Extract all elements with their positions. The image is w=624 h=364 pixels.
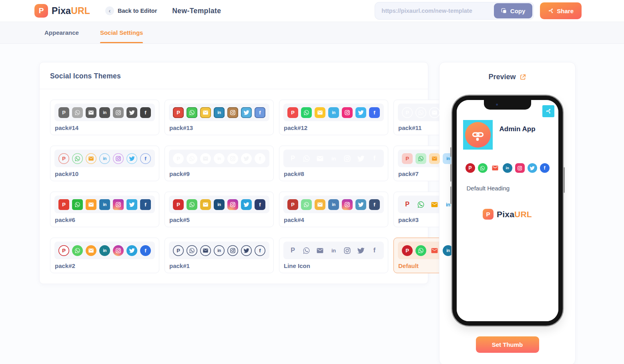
pinterest-icon: P: [173, 245, 184, 256]
instagram-icon: [113, 107, 124, 118]
set-thumb-button[interactable]: Set Thumb: [476, 336, 539, 353]
pinterest-icon: P: [402, 107, 413, 118]
whatsapp-icon: [187, 153, 197, 164]
external-link-icon[interactable]: [520, 74, 526, 80]
template-url-input[interactable]: [381, 8, 494, 14]
twitter-icon: [241, 107, 252, 118]
pack-icon-strip: Pinf: [283, 104, 384, 121]
pack-card[interactable]: Pinf pack#8: [279, 146, 388, 181]
email-icon: [200, 153, 211, 164]
phone-volume-up-button: [450, 164, 451, 182]
pack-label: pack#1: [169, 262, 269, 269]
pack-card[interactable]: Pinf pack#6: [50, 192, 159, 227]
facebook-icon: f: [369, 199, 380, 210]
phone-mockup: Admin App Pinf Default Heading P PixaURL: [452, 96, 563, 326]
back-to-editor-button[interactable]: ‹ Back to Editor: [105, 6, 157, 15]
linkedin-icon[interactable]: in: [503, 163, 512, 173]
pack-card[interactable]: Pinf pack#9: [165, 146, 274, 181]
pack-icon-strip: Pinf: [169, 150, 269, 167]
pack-label: pack#5: [169, 216, 269, 223]
social-icons-themes-panel: Social Icons Themes Pinf pack#14 Pinf pa…: [39, 62, 428, 284]
pack-card[interactable]: Pinf Line Icon: [279, 238, 388, 273]
twitter-icon: [126, 199, 137, 210]
app-header: P PixaURL ‹ Back to Editor New-Template …: [0, 0, 624, 22]
email-icon: [200, 107, 211, 118]
whatsapp-icon: [187, 245, 197, 256]
copy-button[interactable]: Copy: [494, 3, 533, 18]
header-actions: Copy Share: [375, 2, 582, 20]
whatsapp-icon: [415, 107, 426, 118]
pinterest-icon: P: [173, 153, 184, 164]
pinterest-icon: P: [58, 245, 69, 256]
pinterest-icon: P: [58, 153, 69, 164]
pinterest-icon: P: [402, 245, 413, 256]
linkedin-icon: in: [214, 153, 225, 164]
pack-label: pack#8: [284, 170, 383, 177]
whatsapp-icon: [301, 107, 312, 118]
panel-title: Social Icons Themes: [50, 72, 417, 80]
whatsapp-icon: [301, 245, 312, 256]
main-content: Social Icons Themes Pinf pack#14 Pinf pa…: [0, 44, 624, 364]
pack-icon-strip: Pinf: [169, 242, 269, 259]
facebook-icon: f: [140, 153, 151, 164]
pack-card[interactable]: Pinf pack#2: [50, 238, 159, 273]
pack-card[interactable]: Pinf pack#10: [50, 146, 159, 181]
pinterest-icon: P: [287, 107, 298, 118]
brand-logo[interactable]: P PixaURL: [34, 4, 90, 18]
pack-icon-strip: Pinf: [283, 242, 384, 259]
twitter-icon: [126, 153, 137, 164]
preview-share-chip[interactable]: [542, 105, 554, 117]
pinterest-icon: P: [287, 199, 298, 210]
preview-title: Preview: [488, 73, 526, 81]
email-icon: [315, 245, 325, 256]
pack-card[interactable]: Pinf pack#14: [50, 100, 159, 135]
email-icon: [315, 107, 325, 118]
facebook-icon: f: [255, 107, 265, 118]
instagram-icon[interactable]: [515, 163, 525, 173]
instagram-icon: [227, 107, 238, 118]
facebook-icon: f: [255, 199, 265, 210]
facebook-icon[interactable]: f: [540, 163, 550, 173]
facebook-icon: f: [369, 153, 380, 164]
email-icon: [200, 199, 211, 210]
preview-social-icons: Pinf: [457, 163, 558, 173]
whatsapp-icon: [72, 153, 83, 164]
email-icon: [86, 153, 96, 164]
back-chevron-icon: ‹: [105, 6, 114, 15]
email-icon: [86, 245, 96, 256]
twitter-icon[interactable]: [528, 163, 537, 173]
tab-appearance[interactable]: Appearance: [44, 22, 79, 43]
facebook-icon: f: [255, 245, 265, 256]
pack-label: pack#13: [169, 124, 269, 131]
linkedin-icon: in: [443, 107, 453, 118]
share-icon: [548, 8, 554, 14]
instagram-icon: [113, 153, 124, 164]
pinterest-icon[interactable]: P: [465, 163, 475, 173]
linkedin-icon: in: [328, 199, 339, 210]
whatsapp-icon[interactable]: [478, 163, 488, 173]
share-button[interactable]: Share: [540, 2, 582, 19]
whatsapp-icon: [415, 199, 426, 210]
pinterest-icon: P: [173, 107, 184, 118]
pack-card[interactable]: Pinf pack#12: [279, 100, 388, 135]
pack-card[interactable]: Pinf pack#4: [279, 192, 388, 227]
facebook-icon: f: [140, 199, 151, 210]
phone-screen: Admin App Pinf Default Heading P PixaURL: [457, 100, 558, 321]
whatsapp-icon: [301, 153, 312, 164]
pack-card[interactable]: Pinf pack#1: [165, 238, 274, 273]
preview-panel: Preview Adm: [439, 62, 576, 364]
whatsapp-icon: [72, 107, 83, 118]
instagram-icon: [342, 245, 353, 256]
email-icon[interactable]: [490, 163, 500, 173]
instagram-icon: [342, 107, 353, 118]
instagram-icon: [113, 245, 124, 256]
pack-card[interactable]: Pinf pack#13: [165, 100, 274, 135]
pack-card[interactable]: Pinf pack#5: [165, 192, 274, 227]
tab-social-settings[interactable]: Social Settings: [100, 22, 143, 43]
facebook-icon: f: [255, 153, 265, 164]
twitter-icon: [126, 107, 137, 118]
preview-heading: Default Heading: [467, 185, 510, 192]
linkedin-icon: in: [99, 107, 110, 118]
twitter-icon: [241, 153, 252, 164]
pack-label: pack#9: [169, 170, 269, 177]
